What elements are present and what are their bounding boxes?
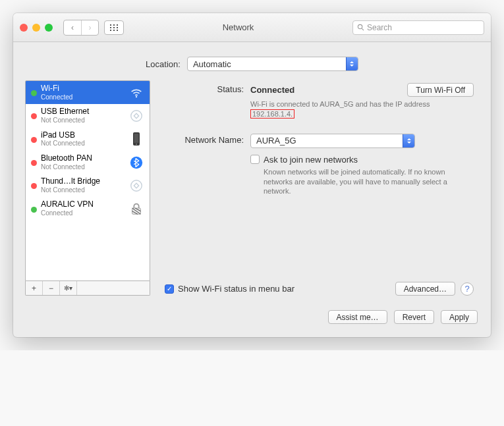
search-field[interactable]: Search: [352, 20, 484, 35]
svg-rect-3: [110, 27, 111, 28]
search-icon: [357, 24, 364, 31]
sidebar-item-label: USB Ethernet: [41, 107, 125, 117]
interface-sidebar: Wi-Fi Connected USB Ethernet Not Connect…: [25, 80, 150, 296]
sidebar-item-auralic-vpn[interactable]: AURALIC VPN Connected: [26, 197, 150, 220]
all-prefs-grid-button[interactable]: [104, 20, 124, 35]
show-status-label: Show Wi-Fi status in menu bar: [178, 284, 294, 294]
svg-rect-2: [117, 24, 118, 26]
help-button[interactable]: ?: [461, 282, 474, 296]
location-value: Automatic: [193, 59, 231, 69]
minimize-button[interactable]: [32, 24, 40, 32]
svg-rect-6: [110, 30, 111, 31]
sidebar-item-label: Wi-Fi: [41, 84, 125, 93]
sidebar-item-usb-ethernet[interactable]: USB Ethernet Not Connected: [26, 104, 150, 127]
sidebar-item-sub: Connected: [41, 93, 125, 101]
remove-interface-button[interactable]: −: [43, 281, 60, 295]
sidebar-item-sub: Not Connected: [41, 163, 125, 171]
sidebar-item-label: AURALIC VPN: [41, 200, 125, 209]
sidebar-item-sub: Not Connected: [41, 140, 125, 147]
chevron-updown-icon: [403, 134, 414, 147]
sidebar-item-ipad-usb[interactable]: iPad USB Not Connected: [26, 128, 150, 151]
network-name-label: Network Name:: [165, 134, 250, 145]
status-dot-icon: [31, 137, 37, 143]
svg-rect-1: [113, 24, 115, 26]
status-dot-icon: [31, 207, 37, 213]
list-action-bar: + − ✻▾: [25, 281, 150, 296]
bluetooth-icon: [128, 155, 144, 171]
location-row: Location: Automatic: [13, 42, 491, 80]
chevron-updown-icon: [346, 57, 358, 70]
ethernet-icon: [128, 178, 144, 194]
forward-button[interactable]: ›: [81, 20, 98, 35]
checkbox-icon: [250, 155, 260, 164]
status-dot-icon: [31, 113, 37, 119]
svg-rect-14: [134, 134, 139, 143]
sidebar-item-label: Bluetooth PAN: [41, 154, 125, 163]
apply-button[interactable]: Apply: [441, 310, 478, 324]
zoom-button[interactable]: [45, 24, 53, 32]
svg-point-15: [136, 144, 137, 145]
vpn-lock-icon: [128, 201, 144, 217]
network-name-select[interactable]: AURA_5G: [250, 134, 415, 148]
gear-menu-button[interactable]: ✻▾: [60, 281, 77, 295]
close-button[interactable]: [20, 24, 28, 32]
svg-point-17: [131, 180, 142, 192]
location-select[interactable]: Automatic: [187, 57, 358, 71]
footer-buttons: Assist me… Revert Apply: [13, 305, 491, 337]
titlebar: ‹ › Network Search: [13, 13, 491, 42]
svg-point-12: [131, 111, 142, 122]
svg-line-10: [362, 28, 364, 30]
status-description: Wi-Fi is connected to AURA_5G and has th…: [250, 99, 474, 119]
svg-point-11: [136, 95, 137, 97]
ipad-icon: [128, 131, 144, 147]
svg-rect-0: [110, 24, 111, 26]
ask-to-join-label: Ask to join new networks: [264, 155, 358, 165]
ask-to-join-description: Known networks will be joined automatica…: [250, 167, 474, 197]
sidebar-item-label: Thund…lt Bridge: [41, 177, 125, 186]
svg-rect-7: [113, 30, 115, 31]
ip-address-highlight: 192.168.1.4.: [250, 109, 294, 119]
location-label: Location:: [146, 59, 181, 69]
sidebar-item-thunderbolt-bridge[interactable]: Thund…lt Bridge Not Connected: [26, 174, 150, 197]
assist-me-button[interactable]: Assist me…: [328, 310, 387, 324]
sidebar-item-bluetooth-pan[interactable]: Bluetooth PAN Not Connected: [26, 151, 150, 174]
svg-rect-5: [117, 27, 118, 28]
add-interface-button[interactable]: +: [26, 281, 43, 295]
detail-panel: Status: Connected Turn Wi-Fi Off Wi-Fi i…: [159, 80, 479, 296]
sidebar-item-wifi[interactable]: Wi-Fi Connected: [26, 81, 150, 104]
status-label: Status:: [165, 83, 250, 94]
window-title: Network: [129, 22, 347, 32]
ethernet-icon: [128, 108, 144, 124]
status-dot-icon: [31, 90, 37, 96]
nav-back-forward: ‹ ›: [63, 20, 99, 36]
status-value: Connected: [250, 85, 294, 95]
show-status-checkbox[interactable]: ✓ Show Wi-Fi status in menu bar: [165, 284, 294, 294]
back-button[interactable]: ‹: [64, 20, 81, 35]
network-name-value: AURA_5G: [256, 136, 296, 146]
interface-list[interactable]: Wi-Fi Connected USB Ethernet Not Connect…: [25, 80, 150, 281]
wifi-icon: [128, 85, 144, 101]
checkbox-checked-icon: ✓: [165, 284, 174, 294]
ask-to-join-checkbox[interactable]: Ask to join new networks: [250, 155, 474, 165]
status-dot-icon: [31, 183, 37, 189]
search-placeholder: Search: [367, 23, 392, 32]
svg-rect-4: [113, 27, 115, 28]
svg-point-9: [358, 24, 362, 28]
sidebar-item-label: iPad USB: [41, 131, 125, 140]
traffic-lights: [20, 24, 53, 32]
network-prefpane-window: ‹ › Network Search Location: Automatic W…: [13, 13, 491, 337]
sidebar-item-sub: Not Connected: [41, 117, 125, 124]
sidebar-item-sub: Connected: [41, 209, 125, 217]
advanced-button[interactable]: Advanced…: [395, 282, 455, 296]
svg-rect-8: [117, 30, 118, 31]
turn-wifi-off-button[interactable]: Turn Wi-Fi Off: [407, 83, 474, 97]
revert-button[interactable]: Revert: [394, 310, 434, 324]
status-dot-icon: [31, 160, 37, 166]
sidebar-item-sub: Not Connected: [41, 186, 125, 194]
